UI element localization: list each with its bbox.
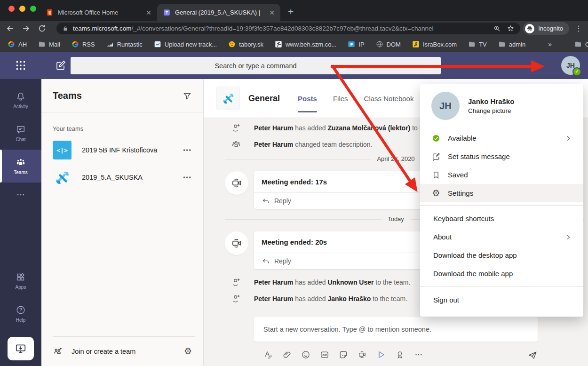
rail-item-chat[interactable]: Chat	[0, 117, 41, 150]
minimize-window-button[interactable]	[19, 6, 25, 12]
menu-item-saved[interactable]: Saved	[420, 166, 583, 184]
close-window-button[interactable]	[8, 6, 15, 12]
bookmark-runtastic[interactable]: Runtastic	[106, 40, 143, 48]
bookmark-mail[interactable]: Mail	[38, 40, 60, 48]
menu-item-download-the-desktop-app[interactable]: Download the desktop app	[420, 246, 583, 264]
download-desktop-app-button[interactable]	[8, 337, 34, 360]
filter-icon[interactable]	[183, 91, 192, 101]
back-arrow-icon[interactable]	[6, 24, 15, 33]
menu-item-set-status-message[interactable]: Set status message	[420, 147, 583, 166]
menu-item-sign-out[interactable]: Sign out	[420, 291, 583, 309]
channel-tab-posts[interactable]: Posts	[298, 79, 317, 118]
folder-icon	[38, 40, 46, 48]
bookmark-ip[interactable]: IPIP	[348, 40, 364, 48]
gear-icon: ⚙	[431, 189, 441, 198]
channel-tab-class-notebook[interactable]: Class Notebook	[364, 79, 414, 118]
page-zoom-icon[interactable]	[493, 24, 501, 32]
team-row-2019-5-a-skuska[interactable]: 2019_5.A_SKUSKA•••	[41, 164, 203, 191]
team-row-2019-5b-inf-kristoficova[interactable]: <|>2019 5B INF Kristoficova•••	[41, 136, 203, 164]
team-more-options-icon[interactable]: •••	[183, 147, 192, 153]
sticker-icon[interactable]	[339, 350, 348, 359]
message-actor: Peter Harum	[254, 295, 293, 302]
bookmark-www-beh-szm-co[interactable]: www.beh.szm.co...	[275, 40, 336, 48]
browser-toolbar: teams.microsoft.com /_#/conversations/Ge…	[0, 21, 588, 36]
menu-item-settings[interactable]: ⚙Settings	[420, 184, 583, 202]
bookmark-tv[interactable]: TV	[468, 40, 487, 48]
office-icon	[46, 8, 54, 16]
browser-tab-office[interactable]: Microsoft Office Home ✕	[40, 4, 157, 21]
wrench-team-icon	[221, 91, 236, 106]
browser-menu-icon[interactable]: ⋮	[575, 24, 582, 33]
google-icon	[8, 40, 15, 48]
menu-item-about[interactable]: About	[420, 228, 583, 246]
praise-icon[interactable]	[395, 350, 405, 359]
browser-tab-teams[interactable]: T General (2019_5.A_SKUSKA) | ✕	[157, 4, 280, 21]
waffle-icon[interactable]	[15, 59, 27, 72]
url-path: /_#/conversations/General?threadId=19:39…	[132, 25, 488, 32]
bookmark-label: Upload new track...	[165, 41, 217, 48]
bookmark-icon	[431, 170, 441, 180]
compose-input[interactable]	[254, 317, 538, 342]
rail-item-apps[interactable]: Apps	[0, 264, 41, 297]
personadd-icon	[231, 277, 241, 287]
menu-item-available[interactable]: Available	[420, 129, 583, 147]
bookmark-label: TV	[479, 41, 487, 48]
bookmark-star-icon[interactable]	[507, 24, 515, 32]
menu-item-label: Download the mobile app	[433, 270, 513, 278]
bookmark-ah[interactable]: AH	[8, 40, 27, 48]
menu-group-2: Sign out	[420, 286, 583, 313]
browser-tab-strip: Microsoft Office Home ✕ T General (2019_…	[0, 0, 588, 21]
other-bookmarks-button[interactable]: Other Bookmarks	[574, 40, 588, 48]
tab-close-icon[interactable]: ✕	[269, 9, 275, 16]
moreh-icon[interactable]	[414, 350, 423, 359]
rail-item-more[interactable]	[0, 183, 41, 207]
url-host: teams.microsoft.com	[73, 25, 132, 32]
bookmark-israbox-com[interactable]: IsraBox.com	[412, 40, 457, 48]
bookmark-admin[interactable]: admin	[498, 40, 525, 48]
bookmark-tabory-sk[interactable]: tabory.sk	[228, 40, 263, 48]
gif-icon[interactable]: GIF	[320, 350, 329, 359]
folder-icon	[574, 40, 582, 48]
format-icon[interactable]	[263, 350, 273, 359]
avatar[interactable]: JH	[431, 92, 460, 120]
join-or-create-button[interactable]: Join or create a team	[72, 348, 175, 355]
manage-teams-gear-icon[interactable]: ⚙	[184, 347, 192, 356]
rail-item-label: Teams	[14, 170, 27, 175]
search-input[interactable]	[71, 57, 441, 74]
channel-tab-files[interactable]: Files	[333, 79, 348, 118]
forward-arrow-icon[interactable]	[22, 24, 31, 33]
profile-avatar[interactable]: JH ✓	[561, 56, 580, 75]
rail-item-activity[interactable]: Activity	[0, 84, 41, 117]
address-bar[interactable]: teams.microsoft.com /_#/conversations/Ge…	[56, 23, 520, 34]
replyarrow-icon	[262, 197, 270, 205]
menu-item-keyboard-shortcuts[interactable]: Keyboard shortcuts	[420, 209, 583, 228]
stream-icon[interactable]	[376, 350, 386, 359]
channel-name: General	[248, 94, 280, 103]
team-more-options-icon[interactable]: •••	[183, 174, 192, 181]
bookmark-dom[interactable]: DOM	[376, 40, 401, 48]
send-icon[interactable]	[527, 350, 538, 360]
divider-label: April 23, 2020	[370, 155, 421, 162]
rail-item-teams[interactable]: Teams	[0, 150, 41, 183]
change-picture-link[interactable]: Change picture	[468, 107, 514, 114]
meet-icon[interactable]	[358, 350, 367, 359]
reply-label: Reply	[274, 257, 291, 265]
new-tab-button[interactable]: +	[288, 6, 294, 17]
rail-items: ActivityChatTeams	[0, 79, 41, 207]
bookmark-upload-new-track[interactable]: Upload new track...	[154, 40, 217, 48]
bookmark-rss[interactable]: RSS	[72, 40, 95, 48]
zoom-window-button[interactable]	[30, 6, 36, 12]
reload-icon[interactable]	[38, 24, 47, 33]
emoji-icon[interactable]	[301, 350, 310, 359]
bookmarks-overflow-chevron[interactable]: »	[548, 40, 552, 48]
menu-item-download-the-mobile-app[interactable]: Download the mobile app	[420, 264, 583, 283]
tab-close-icon[interactable]: ✕	[146, 9, 151, 16]
bookmark-label: AH	[18, 41, 27, 48]
attach-icon[interactable]	[282, 350, 292, 359]
new-chat-icon[interactable]	[55, 60, 66, 71]
meeting-camera-circle	[225, 231, 248, 255]
svg-text:IP: IP	[350, 42, 353, 47]
svg-text:GIF: GIF	[322, 354, 327, 357]
compose-box[interactable]	[254, 317, 538, 342]
rail-item-help[interactable]: Help	[0, 297, 41, 330]
